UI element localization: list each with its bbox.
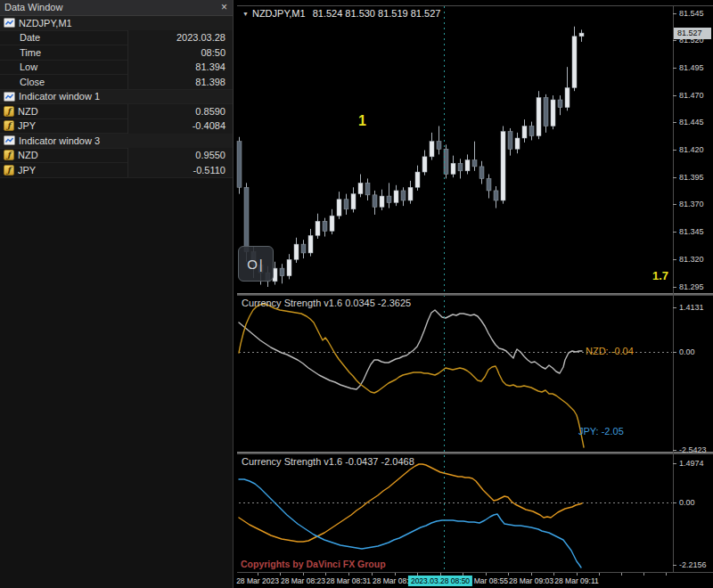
data-window-row-value: 2023.03.28	[127, 30, 233, 45]
data-window-field-row: Time08:50	[0, 45, 233, 61]
data-window-field-row: ƒJPY-0.5110	[0, 163, 233, 178]
data-window-row-value: 08:50	[127, 45, 233, 61]
data-window-row-label: NZDJPY,M1	[19, 18, 233, 29]
pane-separator-2[interactable]	[237, 452, 713, 454]
chevron-down-icon[interactable]: ▼	[242, 11, 249, 17]
chart-symbol-period: NZDJPY,M1	[252, 8, 306, 19]
fx-indicator-icon: ƒ	[4, 106, 14, 117]
current-price-label: 81.527	[674, 28, 711, 39]
data-window-field-row: Date2023.03.28	[0, 31, 233, 46]
data-window-row-label: Time	[3, 47, 127, 58]
data-window-field-row: Low81.394	[0, 61, 233, 76]
indicator2-title: Currency Strength v1.6 -0.0437 -2.0468	[242, 456, 414, 467]
indicator-scale-tick	[673, 463, 676, 464]
time-axis-tick	[531, 573, 532, 576]
price-scale-label: 81.320	[679, 255, 704, 264]
time-axis-tick	[303, 573, 304, 576]
data-window-header-row: Indicator window 1	[0, 90, 233, 105]
time-axis-label: 28 Mar 09:03	[509, 576, 553, 585]
time-axis-label: 28 Mar 2023	[236, 576, 279, 585]
fx-indicator-icon: ƒ	[4, 120, 14, 131]
time-axis-border	[237, 572, 713, 573]
indicator-scale-label: 1.4131	[679, 303, 704, 312]
currency-value-label: JPY: -2.05	[578, 426, 624, 437]
time-axis-tick	[666, 573, 667, 576]
pane-separator-1[interactable]	[237, 293, 713, 296]
price-scale-tick	[673, 287, 676, 288]
price-scale-label: 81.495	[679, 63, 704, 72]
fx-indicator-icon: ƒ	[4, 150, 14, 160]
time-axis-tick	[553, 573, 554, 576]
price-scale-label: 81.420	[679, 145, 704, 154]
price-scale-tick	[673, 95, 676, 96]
time-axis-tick	[325, 573, 326, 576]
time-axis-label: 28 Mar 08:31	[326, 576, 371, 585]
price-scale-tick	[673, 68, 676, 69]
indicator-scale-label: 0.00	[679, 347, 695, 356]
time-axis-tick	[643, 573, 644, 576]
data-window-row-label: Indicator window 3	[19, 135, 233, 146]
chart-annotation: 1	[358, 113, 366, 129]
data-window-row-label: Low	[3, 61, 127, 72]
data-window-header-row: Indicator window 3	[0, 134, 233, 149]
copyright-text: Copyrights by DaVinci FX Group	[241, 559, 386, 569]
time-axis-tick	[372, 573, 373, 576]
data-window-row-label: JPY	[18, 165, 127, 176]
price-scale-tick	[673, 122, 676, 123]
data-window-title: Data Window	[4, 2, 62, 12]
data-window-field-row: ƒNZD0.9550	[0, 149, 233, 164]
indicator-scale-label: -2.2156	[679, 560, 707, 569]
fx-indicator-icon: ƒ	[4, 165, 14, 176]
time-axis-tick	[280, 573, 281, 576]
time-axis-label: 28 Mar 09:11	[554, 576, 598, 585]
chart-icon	[4, 18, 15, 28]
price-scale-tick	[673, 150, 676, 151]
indicator-scale-label: 1.4974	[679, 459, 704, 468]
time-axis-tick	[258, 573, 258, 576]
data-window-titlebar[interactable]: Data Window ×	[0, 0, 233, 16]
data-window-row-value: 81.394	[127, 60, 233, 75]
data-window-row-value: 0.9550	[127, 148, 233, 163]
chart-ohlc-values: 81.524 81.530 81.519 81.527	[313, 8, 441, 19]
price-scale-label: 81.345	[679, 227, 704, 236]
price-scale-tick	[673, 13, 676, 14]
one-click-trading-button[interactable]: O|	[238, 246, 274, 282]
indicator-scale-tick	[673, 352, 676, 353]
data-window-header-row: NZDJPY,M1	[0, 16, 233, 31]
data-window-row-label: Close	[3, 77, 127, 87]
data-window-row-value: -0.5110	[127, 163, 233, 178]
data-window-rows: NZDJPY,M1Date2023.03.28Time08:50Low81.39…	[0, 16, 233, 178]
data-window-row-value: -0.4084	[127, 118, 233, 134]
price-scale-tick	[673, 232, 676, 233]
data-window-field-row: Close81.398	[0, 75, 233, 90]
price-scale-tick	[673, 177, 676, 178]
indicator-scale-tick	[673, 450, 676, 451]
data-window-field-row: ƒNZD0.8590	[0, 104, 233, 119]
indicator-scale-tick	[673, 307, 676, 308]
time-axis-tick	[599, 573, 600, 576]
time-axis-tick	[508, 573, 509, 576]
price-scale-tick	[673, 204, 676, 205]
chart-annotation: 1.7	[633, 269, 668, 282]
time-axis-tick	[348, 573, 349, 576]
indicator-scale-label: 0.00	[679, 498, 695, 507]
time-axis-tick	[621, 573, 622, 576]
price-scale-border	[673, 5, 674, 573]
price-scale-tick	[673, 259, 676, 260]
price-scale-tick	[673, 40, 676, 41]
price-scale-label: 81.295	[679, 282, 704, 291]
indicator-scale-tick	[673, 565, 676, 566]
data-window-row-value: 81.398	[127, 75, 233, 90]
price-scale-label: 81.470	[679, 91, 704, 100]
time-axis-tick	[395, 573, 396, 576]
chart-symbol-header[interactable]: ▼NZDJPY,M181.524 81.530 81.519 81.527	[242, 8, 440, 19]
time-axis-tick	[486, 573, 487, 576]
indicator-scale-tick	[673, 502, 676, 503]
close-icon[interactable]: ×	[221, 0, 227, 14]
price-scale-label: 81.370	[679, 200, 704, 208]
data-window-panel: Data Window × NZDJPY,M1Date2023.03.28Tim…	[0, 0, 234, 588]
price-scale-label: 81.545	[679, 9, 704, 18]
chart-icon	[4, 135, 15, 145]
crosshair-time-label: 2023.03.28 08:50	[408, 576, 472, 586]
indicator1-title: Currency Strength v1.6 0.0345 -2.3625	[242, 298, 411, 308]
